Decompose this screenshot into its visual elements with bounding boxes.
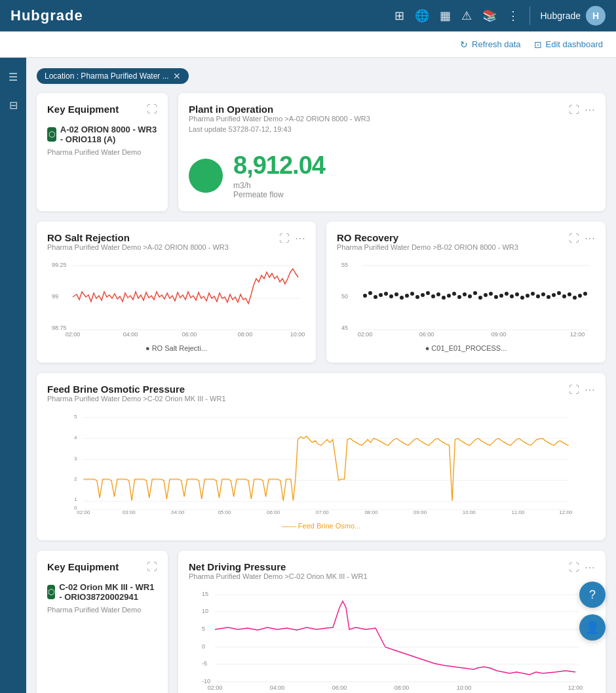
svg-text:06:00: 06:00 bbox=[182, 331, 197, 338]
svg-point-54 bbox=[557, 291, 561, 295]
svg-text:99: 99 bbox=[52, 293, 58, 300]
svg-point-58 bbox=[578, 294, 582, 298]
ro-salt-title-group: RO Salt Rejection Pharma Purified Water … bbox=[47, 232, 229, 254]
net-driving-actions: ⛶ ⋯ bbox=[569, 561, 595, 574]
svg-point-20 bbox=[379, 293, 383, 297]
sidebar: ☰ ⊟ bbox=[0, 58, 26, 693]
svg-text:45: 45 bbox=[341, 325, 348, 331]
svg-point-57 bbox=[573, 296, 577, 300]
svg-text:10:00: 10:00 bbox=[457, 684, 472, 691]
net-driving-header: Net Driving Pressure Pharma Purified Wat… bbox=[189, 561, 595, 583]
alert-icon[interactable]: ⚠ bbox=[461, 9, 472, 23]
svg-point-29 bbox=[426, 291, 430, 295]
ro-salt-subtitle: Pharma Purified Water Demo >A-02 ORION 8… bbox=[47, 243, 229, 251]
svg-text:10:00: 10:00 bbox=[463, 509, 476, 515]
globe-icon[interactable]: 🌐 bbox=[415, 9, 429, 23]
sidebar-filter-icon[interactable]: ⊟ bbox=[4, 94, 23, 117]
svg-point-28 bbox=[421, 293, 425, 297]
svg-point-31 bbox=[436, 292, 440, 296]
svg-point-53 bbox=[552, 293, 556, 297]
expand-icon-2[interactable]: ⛶ bbox=[147, 561, 157, 573]
plant-title-group: Plant in Operation Pharma Purified Water… bbox=[189, 104, 370, 136]
feed-brine-title: Feed Brine Osmotic Pressure bbox=[47, 384, 226, 395]
key-equipment-card-2: Key Equipment ⛶ ⬡ C-02 Orion MK III - WR… bbox=[37, 551, 168, 693]
plant-last-update: Last update 53728-07-12, 19:43 bbox=[189, 125, 370, 133]
svg-text:5: 5 bbox=[74, 414, 77, 420]
svg-point-52 bbox=[547, 295, 550, 299]
svg-text:99.25: 99.25 bbox=[52, 262, 67, 268]
more-icon[interactable]: ⋮ bbox=[507, 9, 519, 23]
expand-ro-salt-icon[interactable]: ⛶ bbox=[279, 233, 290, 245]
svg-text:04:00: 04:00 bbox=[171, 509, 185, 515]
ro-recovery-card: RO Recovery Pharma Purified Water Demo >… bbox=[326, 222, 606, 363]
refresh-button[interactable]: ↻ Refresh data bbox=[460, 39, 520, 50]
svg-text:-5: -5 bbox=[202, 660, 207, 667]
user-name: Hubgrade bbox=[541, 10, 581, 21]
svg-text:0: 0 bbox=[202, 643, 205, 650]
more-feed-brine-icon[interactable]: ⋯ bbox=[585, 384, 595, 396]
more-net-driving-icon[interactable]: ⋯ bbox=[585, 561, 595, 574]
book-icon[interactable]: 📚 bbox=[482, 9, 497, 23]
edit-dashboard-button[interactable]: ⊡ Edit dashboard bbox=[534, 39, 603, 50]
feed-brine-title-group: Feed Brine Osmotic Pressure Pharma Purif… bbox=[47, 384, 226, 405]
more-ro-salt-icon[interactable]: ⋯ bbox=[295, 232, 305, 245]
edit-icon: ⊡ bbox=[534, 39, 542, 50]
expand-net-driving-icon[interactable]: ⛶ bbox=[569, 562, 579, 574]
key-equipment-card-1: Key Equipment ⛶ ⬡ A-02 ORION 8000 - WR3 … bbox=[37, 93, 168, 211]
help-button[interactable]: ? bbox=[579, 582, 606, 608]
header-user[interactable]: Hubgrade H bbox=[541, 6, 606, 26]
sidebar-menu-icon[interactable]: ☰ bbox=[3, 66, 23, 89]
more-ro-recovery-icon[interactable]: ⋯ bbox=[585, 232, 595, 245]
svg-point-37 bbox=[468, 294, 472, 298]
ro-salt-header: RO Salt Rejection Pharma Purified Water … bbox=[47, 232, 305, 254]
more-plant-icon[interactable]: ⋯ bbox=[585, 104, 595, 116]
feed-brine-card: Feed Brine Osmotic Pressure Pharma Purif… bbox=[37, 373, 606, 540]
svg-point-46 bbox=[515, 292, 519, 296]
feed-brine-header: Feed Brine Osmotic Pressure Pharma Purif… bbox=[47, 384, 595, 405]
svg-text:06:00: 06:00 bbox=[267, 509, 280, 515]
svg-text:11:00: 11:00 bbox=[511, 509, 525, 515]
filter-tag[interactable]: Location : Pharma Purified Water ... ✕ bbox=[37, 68, 189, 84]
equipment-name-2: C-02 Orion MK III - WR1 - ORIO3872000294… bbox=[59, 582, 157, 602]
equipment-badge-1: ⬡ A-02 ORION 8000 - WR3 - ORIO118 (A) bbox=[47, 125, 157, 144]
svg-point-23 bbox=[395, 292, 398, 296]
row-2: RO Salt Rejection Pharma Purified Water … bbox=[37, 222, 606, 363]
svg-text:02:00: 02:00 bbox=[66, 331, 81, 338]
grid-icon[interactable]: ⊞ bbox=[395, 9, 404, 23]
svg-point-18 bbox=[368, 291, 372, 295]
svg-point-47 bbox=[520, 296, 524, 300]
svg-point-41 bbox=[489, 292, 493, 296]
svg-text:12:00: 12:00 bbox=[570, 331, 585, 338]
svg-point-27 bbox=[415, 295, 419, 299]
avatar: H bbox=[586, 6, 606, 26]
svg-text:09:00: 09:00 bbox=[491, 331, 507, 338]
expand-icon-1[interactable]: ⛶ bbox=[147, 104, 157, 115]
feed-brine-chart-container: 5 4 3 2 1 0 02:00 bbox=[47, 410, 595, 518]
svg-point-50 bbox=[536, 294, 540, 298]
expand-feed-brine-icon[interactable]: ⛶ bbox=[569, 384, 579, 396]
header-icons: ⊞ 🌐 ▦ ⚠ 📚 ⋮ Hubgrade H bbox=[395, 6, 606, 26]
key-equipment-actions-1: ⛶ bbox=[147, 104, 157, 115]
expand-plant-icon[interactable]: ⛶ bbox=[569, 104, 579, 116]
svg-text:10: 10 bbox=[202, 608, 208, 614]
filter-tag-close-icon[interactable]: ✕ bbox=[173, 71, 181, 81]
header-divider bbox=[529, 7, 530, 25]
equipment-badge-2: ⬡ C-02 Orion MK III - WR1 - ORIO38720002… bbox=[47, 582, 157, 602]
net-driving-subtitle: Pharma Purified Water Demo >C-02 Orion M… bbox=[189, 572, 368, 580]
row-1: Key Equipment ⛶ ⬡ A-02 ORION 8000 - WR3 … bbox=[37, 93, 606, 211]
edit-label: Edit dashboard bbox=[546, 39, 603, 49]
user-button[interactable]: 👤 bbox=[579, 614, 606, 641]
net-driving-chart-container: 15 10 5 0 -5 -10 bbox=[189, 588, 595, 693]
svg-point-32 bbox=[442, 296, 446, 300]
svg-text:1: 1 bbox=[74, 496, 77, 502]
app-logo: Hubgrade bbox=[10, 7, 83, 24]
net-driving-svg: 15 10 5 0 -5 -10 bbox=[189, 588, 595, 693]
expand-ro-recovery-icon[interactable]: ⛶ bbox=[569, 233, 579, 245]
svg-text:03:00: 03:00 bbox=[123, 509, 136, 515]
svg-point-45 bbox=[510, 294, 514, 298]
key-equipment-header-2: Key Equipment ⛶ bbox=[47, 561, 157, 573]
ro-salt-chart: 99.25 99 98.75 02:00 04:00 06:00 08:0 bbox=[47, 259, 305, 340]
columns-icon[interactable]: ▦ bbox=[440, 9, 451, 23]
equipment-name-1: A-02 ORION 8000 - WR3 - ORIO118 (A) bbox=[60, 125, 157, 144]
svg-text:05:00: 05:00 bbox=[218, 509, 231, 515]
